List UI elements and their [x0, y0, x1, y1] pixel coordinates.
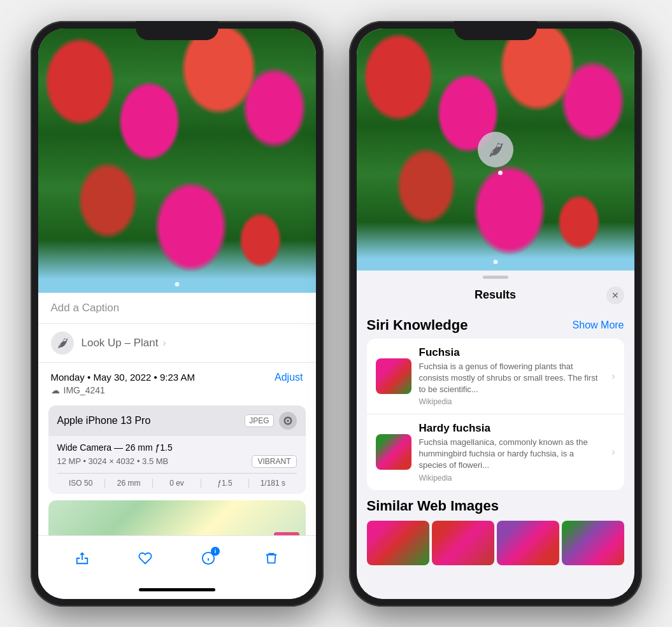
date-text: Monday • May 30, 2022 • 9:23 AM: [51, 372, 195, 383]
page-indicator: [175, 282, 179, 286]
camera-name: Apple iPhone 13 Pro: [57, 415, 151, 426]
knowledge-item-hardy[interactable]: Hardy fuchsia Fuchsia magellanica, commo…: [367, 414, 624, 490]
notch-right: [454, 21, 537, 40]
results-title: Results: [385, 288, 606, 302]
svg-point-0: [287, 419, 289, 422]
leaf-search-icon: [487, 141, 504, 159]
camera-card: Apple iPhone 13 Pro JPEG Wide Camera — 2…: [48, 405, 306, 494]
vibrant-badge: VIBRANT: [252, 455, 296, 468]
hardy-thumb: [376, 434, 411, 470]
date-row: Monday • May 30, 2022 • 9:23 AM ☁ IMG_42…: [38, 363, 316, 399]
jpeg-badge: JPEG: [245, 414, 273, 427]
hardy-name: Hardy fuchsia: [419, 422, 604, 435]
focal-length: 26 mm: [105, 479, 153, 488]
flower-image: [38, 29, 316, 293]
camera-specs: 12 MP • 3024 × 4032 • 3.5 MB VIBRANT: [57, 455, 297, 468]
toolbar: i: [38, 535, 316, 581]
web-images-title: Similar Web Images: [367, 498, 624, 514]
lookup-label: Look Up – Plant ›: [82, 337, 166, 349]
hardy-source: Wikipedia: [419, 474, 604, 483]
show-more-button[interactable]: Show More: [573, 320, 624, 331]
siri-knowledge-title: Siri Knowledge: [367, 317, 468, 334]
hardy-desc: Fuchsia magellanica, commonly known as t…: [419, 437, 604, 472]
right-phone: Results ✕ Siri Knowledge Show More Fuchs…: [349, 21, 642, 607]
camera-details: Wide Camera — 26 mm ƒ1.5 12 MP • 3024 × …: [48, 436, 306, 494]
web-images-section: Similar Web Images: [357, 490, 634, 570]
delete-button[interactable]: [259, 546, 284, 571]
share-icon: [75, 551, 89, 565]
fuchsia-name: Fuchsia: [419, 346, 604, 359]
caption-placeholder: Add a Caption: [51, 302, 120, 314]
notch: [136, 21, 218, 40]
fuchsia-content: Fuchsia Fuchsia is a genus of flowering …: [419, 346, 604, 407]
knowledge-card: Fuchsia Fuchsia is a genus of flowering …: [367, 339, 624, 490]
right-screen: Results ✕ Siri Knowledge Show More Fuchs…: [357, 29, 634, 599]
results-panel: Results ✕ Siri Knowledge Show More Fuchs…: [357, 271, 634, 599]
filename-row: ☁ IMG_4241: [51, 385, 195, 395]
info-badge: i: [211, 547, 220, 556]
visual-search-button[interactable]: [478, 132, 513, 167]
fuchsia-thumb: [376, 358, 411, 394]
camera-header: Apple iPhone 13 Pro JPEG: [48, 405, 306, 436]
home-bar: [139, 588, 215, 591]
map-preview[interactable]: [48, 500, 306, 535]
results-handle[interactable]: [357, 271, 634, 281]
camera-icon: [283, 416, 292, 425]
filename: IMG_4241: [64, 385, 105, 395]
leaf-icon: [56, 337, 69, 349]
info-panel: Add a Caption Look Up – Plant › Monday •…: [38, 293, 316, 535]
hardy-content: Hardy fuchsia Fuchsia magellanica, commo…: [419, 422, 604, 483]
left-phone: Add a Caption Look Up – Plant › Monday •…: [31, 21, 324, 607]
trash-icon: [264, 551, 278, 565]
vs-dot: [498, 171, 503, 175]
camera-badges: JPEG: [245, 412, 296, 430]
web-images-row: [367, 521, 624, 565]
caption-area[interactable]: Add a Caption: [38, 293, 316, 324]
aperture: ƒ1.5: [201, 479, 249, 488]
siri-knowledge-header: Siri Knowledge Show More: [357, 312, 634, 339]
camera-settings-button[interactable]: [279, 412, 297, 430]
wide-camera: Wide Camera — 26 mm ƒ1.5: [57, 442, 297, 453]
iso: ISO 50: [57, 479, 105, 488]
share-button[interactable]: [69, 546, 95, 571]
web-image-4[interactable]: [562, 521, 624, 565]
ev: 0 ev: [153, 479, 201, 488]
chevron-icon: ›: [162, 337, 166, 349]
favorite-button[interactable]: [132, 546, 158, 571]
date-info: Monday • May 30, 2022 • 9:23 AM ☁ IMG_42…: [51, 372, 195, 395]
hardy-chevron: ›: [611, 446, 615, 458]
page-indicator-right: [493, 260, 497, 264]
drag-handle: [483, 276, 508, 279]
fuchsia-desc: Fuchsia is a genus of flowering plants t…: [419, 361, 604, 396]
fuchsia-chevron: ›: [611, 370, 615, 382]
cloud-icon: ☁: [51, 385, 60, 395]
home-indicator: [38, 581, 316, 599]
left-screen: Add a Caption Look Up – Plant › Monday •…: [38, 29, 316, 599]
lookup-icon: [51, 332, 74, 355]
info-button[interactable]: i: [196, 546, 221, 571]
right-photo-area[interactable]: [357, 29, 634, 271]
knowledge-item-fuchsia[interactable]: Fuchsia Fuchsia is a genus of flowering …: [367, 339, 624, 415]
lookup-row[interactable]: Look Up – Plant ›: [38, 324, 316, 363]
shutter-speed: 1/181 s: [249, 479, 296, 488]
exif-row: ISO 50 26 mm 0 ev ƒ1.5 1/181 s: [57, 473, 297, 488]
specs-text: 12 MP • 3024 × 4032 • 3.5 MB: [57, 456, 169, 466]
heart-icon: [138, 551, 152, 565]
adjust-button[interactable]: Adjust: [275, 372, 303, 383]
close-button[interactable]: ✕: [606, 286, 624, 304]
web-image-1[interactable]: [367, 521, 429, 565]
photo-area[interactable]: [38, 29, 316, 293]
results-header: Results ✕: [357, 281, 634, 312]
web-image-2[interactable]: [432, 521, 494, 565]
fuchsia-source: Wikipedia: [419, 397, 604, 406]
web-image-3[interactable]: [497, 521, 559, 565]
